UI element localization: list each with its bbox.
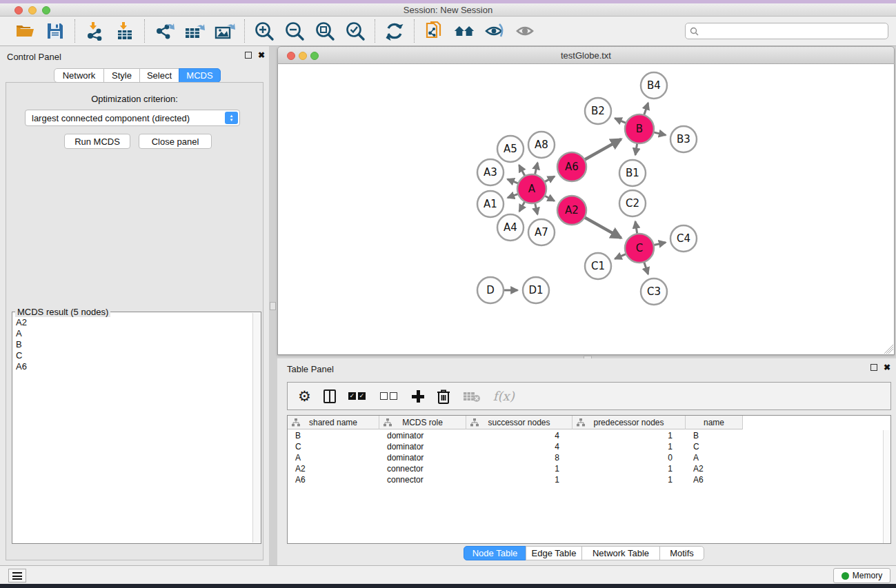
open-session-icon[interactable] [14, 21, 35, 41]
table-cell[interactable]: 0 [573, 452, 686, 463]
close-panel-button[interactable]: Close panel [139, 134, 212, 149]
table-cell[interactable]: A6 [686, 474, 743, 485]
function-builder-icon[interactable]: f(x) [493, 387, 515, 405]
table-cell[interactable]: dominator [379, 441, 466, 452]
criterion-select[interactable]: largest connected component (directed) ▲… [25, 110, 240, 126]
zoom-selected-icon[interactable] [345, 21, 366, 41]
table-cell[interactable]: 4 [466, 430, 573, 441]
table-cell[interactable]: B [686, 430, 743, 441]
table-row[interactable]: Cdominator41C [288, 441, 883, 452]
table-cell[interactable]: 8 [466, 452, 573, 463]
node-A[interactable]: A [517, 174, 546, 203]
node-D1[interactable]: D1 [523, 277, 549, 303]
table-cell[interactable]: C [686, 441, 743, 452]
hide-selected-icon[interactable] [484, 21, 505, 41]
show-column-icon[interactable] [323, 387, 336, 405]
column-header-MCDS-role[interactable]: MCDS role [379, 416, 466, 429]
import-network-icon[interactable] [84, 21, 105, 41]
window-titlebar[interactable]: Session: New Session [0, 3, 896, 17]
node-A5[interactable]: A5 [497, 136, 524, 162]
table-cell[interactable]: B [288, 430, 379, 441]
table-cell[interactable]: dominator [379, 452, 466, 463]
table-cell[interactable]: connector [379, 474, 466, 485]
task-history-button[interactable] [8, 569, 26, 582]
node-A6[interactable]: A6 [557, 152, 586, 181]
tab-node-table[interactable]: Node Table [464, 546, 526, 560]
table-cell[interactable]: C [288, 441, 379, 452]
tab-motifs[interactable]: Motifs [659, 546, 704, 560]
mcds-result-item[interactable]: A6 [12, 361, 252, 372]
table-cell[interactable]: A2 [686, 463, 743, 474]
add-row-icon[interactable] [412, 387, 424, 405]
mcds-result-item[interactable]: A2 [12, 316, 252, 327]
column-header-shared-name[interactable]: shared name [288, 416, 379, 429]
table-settings-icon[interactable]: ⚙ [298, 387, 311, 405]
window-resize-grip-icon[interactable] [884, 344, 893, 354]
mcds-list-scrollbar[interactable] [252, 313, 261, 543]
close-panel-icon[interactable]: ✖ [258, 52, 265, 59]
node-A4[interactable]: A4 [497, 214, 524, 241]
search-input[interactable] [701, 26, 888, 36]
table-cell[interactable]: 1 [573, 430, 686, 441]
close-table-panel-icon[interactable]: ✖ [884, 364, 890, 371]
float-table-panel-icon[interactable] [870, 364, 877, 371]
table-cell[interactable]: 1 [466, 474, 573, 485]
node-B[interactable]: B [625, 114, 654, 143]
node-B2[interactable]: B2 [585, 98, 611, 124]
network-graph[interactable]: B4B2BB3B1C2A5A8A3A6AA1A4A7A2CC4C1C3DD1 [278, 64, 894, 354]
save-session-icon[interactable] [45, 21, 66, 41]
node-B1[interactable]: B1 [619, 160, 646, 186]
memory-button[interactable]: Memory [833, 568, 890, 583]
table-cell[interactable]: A6 [288, 474, 379, 485]
tab-network[interactable]: Network [54, 68, 104, 83]
tab-network-table[interactable]: Network Table [581, 546, 660, 560]
clone-network-icon[interactable] [424, 21, 444, 41]
table-cell[interactable]: A [288, 452, 379, 463]
node-C3[interactable]: C3 [641, 278, 667, 305]
select-all-icon[interactable]: ✓✓ [348, 387, 368, 405]
column-header-predecessor-nodes[interactable]: predecessor nodes [573, 416, 686, 429]
deselect-all-icon[interactable] [380, 387, 399, 405]
mcds-result-list[interactable]: A2ABCA6 [12, 316, 252, 543]
apply-layout-icon[interactable] [384, 21, 405, 41]
tab-mcds[interactable]: MCDS [179, 68, 221, 83]
delete-table-icon[interactable] [463, 387, 481, 405]
table-cell[interactable]: dominator [379, 430, 466, 441]
mcds-result-item[interactable]: C [12, 349, 252, 361]
table-cell[interactable]: 1 [573, 441, 686, 452]
node-D[interactable]: D [477, 277, 504, 303]
node-A8[interactable]: A8 [528, 132, 555, 158]
table-row[interactable]: A2connector11A2 [288, 463, 883, 474]
import-table-icon[interactable] [115, 21, 135, 41]
tab-select[interactable]: Select [139, 68, 179, 83]
float-panel-icon[interactable] [245, 52, 252, 59]
first-neighbors-icon[interactable] [454, 21, 475, 41]
export-network-icon[interactable] [154, 21, 175, 41]
node-C4[interactable]: C4 [670, 225, 697, 252]
network-canvas[interactable]: B4B2BB3B1C2A5A8A3A6AA1A4A7A2CC4C1C3DD1 [277, 64, 895, 355]
panel-split-divider[interactable] [269, 46, 277, 565]
mcds-result-item[interactable]: A [12, 327, 252, 338]
show-all-icon[interactable] [515, 21, 535, 41]
table-row[interactable]: Adominator80A [288, 452, 883, 463]
node-C1[interactable]: C1 [585, 253, 611, 279]
split-divider-grip-icon[interactable] [270, 302, 276, 310]
table-cell[interactable]: 1 [466, 463, 573, 474]
export-table-icon[interactable] [184, 21, 205, 41]
search-field[interactable] [685, 23, 888, 39]
export-image-icon[interactable] [215, 21, 235, 41]
table-cell[interactable]: A2 [288, 463, 379, 474]
node-A1[interactable]: A1 [477, 191, 504, 217]
node-B4[interactable]: B4 [641, 72, 667, 99]
table-cell[interactable]: A [686, 452, 743, 463]
table-cell[interactable]: 4 [466, 441, 573, 452]
table-row[interactable]: Bdominator41B [288, 430, 883, 441]
edge-A6-B[interactable] [584, 139, 621, 161]
node-A7[interactable]: A7 [528, 219, 555, 245]
mcds-result-item[interactable]: B [12, 338, 252, 349]
table-cell[interactable]: 1 [573, 474, 686, 485]
node-B3[interactable]: B3 [670, 126, 697, 152]
table-cell[interactable]: connector [379, 463, 466, 474]
zoom-out-icon[interactable] [284, 21, 305, 41]
tab-style[interactable]: Style [103, 68, 140, 83]
